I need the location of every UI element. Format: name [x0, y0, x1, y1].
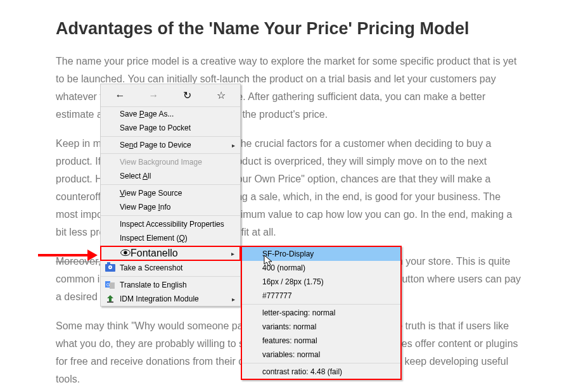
context-menu-lower: Take a Screenshot G Translate to English… — [100, 261, 241, 307]
reload-icon[interactable]: ↻ — [175, 87, 200, 104]
menu-save-page-as[interactable]: Save Page As... — [101, 107, 240, 121]
font-features-row[interactable]: features: normal — [242, 334, 400, 348]
menu-inspect-element[interactable]: Inspect Element (Q) — [101, 231, 240, 245]
forward-icon[interactable]: → — [142, 87, 166, 104]
menu-separator — [101, 184, 240, 185]
font-color-row[interactable]: #777777 — [242, 289, 400, 303]
submenu-separator — [242, 304, 400, 305]
menu-fontanello[interactable]: Fontanello — [101, 246, 239, 260]
font-contrast-row[interactable]: contrast ratio: 4.48 (fail) — [242, 365, 400, 379]
menu-idm[interactable]: IDM Integration Module — [101, 292, 240, 306]
menu-save-to-pocket[interactable]: Save Page to Pocket — [101, 121, 240, 135]
bookmark-icon[interactable]: ☆ — [209, 87, 233, 104]
menu-view-source[interactable]: View Page Source — [101, 186, 240, 200]
menu-take-screenshot[interactable]: Take a Screenshot — [101, 261, 240, 275]
menu-translate[interactable]: G Translate to English — [101, 278, 240, 292]
menu-fontanello-highlight: Fontanello — [100, 246, 241, 261]
svg-text:G: G — [106, 282, 110, 287]
back-icon[interactable]: ← — [108, 87, 132, 104]
menu-send-to-device[interactable]: Send Page to Device — [101, 138, 240, 152]
svg-rect-3 — [110, 282, 115, 289]
context-menu: ← → ↻ ☆ Save Page As... Save Page to Poc… — [100, 84, 241, 249]
menu-separator — [101, 153, 240, 154]
svg-point-1 — [124, 251, 127, 254]
translate-icon: G — [105, 279, 116, 291]
context-menu-nav: ← → ↻ ☆ — [101, 84, 240, 107]
strike-word: Moreover, — [56, 256, 101, 267]
menu-separator — [101, 215, 240, 216]
menu-separator — [101, 136, 240, 137]
page-title: Advantages of the 'Name Your Price' Pric… — [56, 19, 523, 39]
font-variants-row[interactable]: variants: normal — [242, 320, 400, 334]
font-family-row[interactable]: SF-Pro-Display — [242, 247, 400, 261]
idm-icon — [105, 293, 116, 305]
svg-rect-5 — [107, 301, 113, 303]
menu-select-all[interactable]: Select All — [101, 169, 240, 183]
menu-view-bg-image: View Background Image — [101, 155, 240, 169]
font-size-row[interactable]: 16px / 28px (1.75) — [242, 275, 400, 289]
font-letterspacing-row[interactable]: letter-spacing: normal — [242, 306, 400, 320]
menu-inspect-a11y[interactable]: Inspect Accessibility Properties — [101, 217, 240, 231]
menu-separator — [101, 276, 240, 277]
fontanello-submenu: SF-Pro-Display 400 (normal) 16px / 28px … — [241, 246, 402, 380]
font-weight-row[interactable]: 400 (normal) — [242, 261, 400, 275]
menu-view-info[interactable]: View Page Info — [101, 200, 240, 214]
font-variables-row[interactable]: variables: normal — [242, 348, 400, 362]
fontanello-eye-icon — [120, 248, 131, 259]
camera-icon — [105, 262, 116, 274]
submenu-separator — [242, 363, 400, 364]
